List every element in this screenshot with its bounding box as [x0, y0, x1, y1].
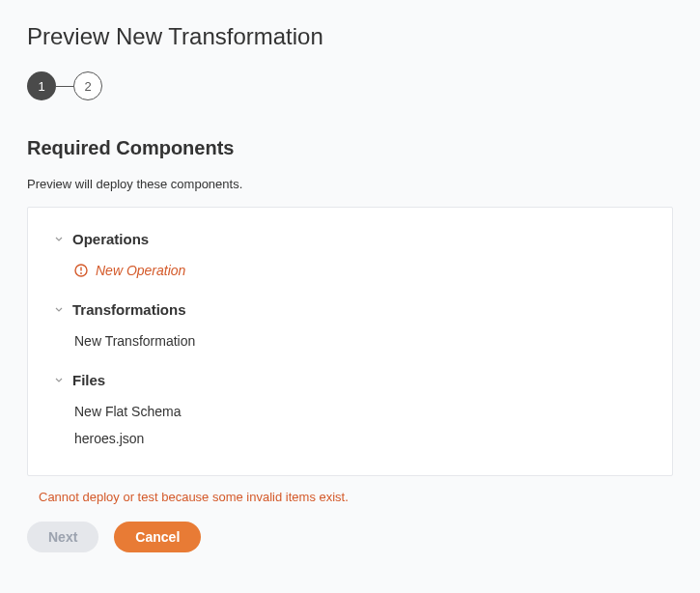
group-operations-label: Operations — [72, 231, 149, 247]
item-label: heroes.json — [74, 431, 144, 446]
item-label: New Flat Schema — [74, 404, 181, 419]
chevron-down-icon — [55, 306, 63, 314]
cancel-button[interactable]: Cancel — [114, 522, 201, 552]
step-2[interactable]: 2 — [73, 71, 102, 100]
next-button: Next — [27, 522, 98, 552]
page-title: Preview New Transformation — [27, 23, 673, 50]
svg-point-2 — [80, 272, 82, 274]
list-item[interactable]: New Operation — [74, 257, 645, 284]
components-panel: Operations New Operation Transformations — [27, 207, 673, 476]
stepper: 1 2 — [27, 71, 673, 100]
group-transformations: Transformations New Transformation — [55, 301, 645, 354]
error-message: Cannot deploy or test because some inval… — [39, 490, 673, 504]
list-item[interactable]: New Flat Schema — [74, 398, 645, 425]
button-row: Next Cancel — [27, 522, 673, 552]
list-item[interactable]: heroes.json — [74, 425, 645, 452]
group-files-label: Files — [72, 372, 105, 388]
chevron-down-icon — [55, 377, 63, 384]
group-operations-header[interactable]: Operations — [55, 231, 645, 247]
alert-icon — [74, 264, 88, 277]
group-operations: Operations New Operation — [55, 231, 645, 284]
item-label: New Transformation — [74, 333, 195, 349]
section-description: Preview will deploy these components. — [27, 177, 673, 191]
group-files: Files New Flat Schema heroes.json — [55, 372, 645, 452]
step-1[interactable]: 1 — [27, 71, 56, 100]
chevron-down-icon — [55, 236, 63, 243]
list-item[interactable]: New Transformation — [74, 327, 645, 354]
group-operations-items: New Operation — [55, 257, 645, 284]
group-files-header[interactable]: Files — [55, 372, 645, 388]
group-transformations-items: New Transformation — [55, 327, 645, 354]
group-transformations-header[interactable]: Transformations — [55, 301, 645, 318]
group-files-items: New Flat Schema heroes.json — [55, 398, 645, 452]
step-connector — [56, 86, 73, 87]
group-transformations-label: Transformations — [72, 301, 186, 318]
section-title: Required Components — [27, 137, 673, 159]
item-label: New Operation — [96, 263, 185, 278]
